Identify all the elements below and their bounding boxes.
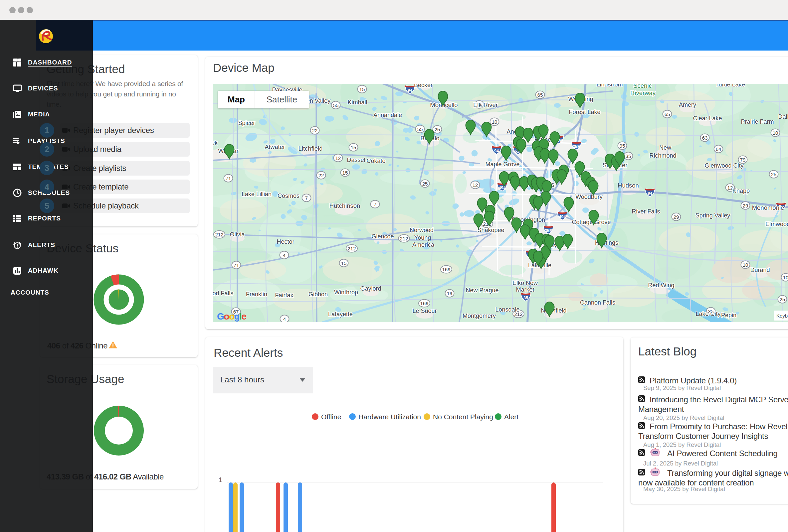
svg-text:12: 12 — [473, 182, 478, 188]
svg-text:212: 212 — [400, 236, 408, 241]
svg-text:Clear Lake: Clear Lake — [693, 115, 722, 122]
svg-text:35: 35 — [524, 295, 528, 300]
svg-text:12: 12 — [727, 185, 733, 190]
svg-text:Pepin: Pepin — [721, 312, 736, 319]
svg-text:Knapp: Knapp — [732, 187, 750, 194]
svg-text:Cannon Falls: Cannon Falls — [580, 299, 615, 306]
svg-text:River Falls: River Falls — [632, 208, 660, 215]
svg-text:Cokato: Cokato — [367, 158, 385, 164]
svg-text:Lake Lillian: Lake Lillian — [242, 191, 272, 198]
svg-text:America: America — [412, 241, 435, 248]
svg-text:Prairie Farm: Prairie Farm — [741, 118, 774, 125]
svg-text:64: 64 — [716, 146, 722, 152]
svg-text:15: 15 — [351, 145, 356, 150]
svg-text:29: 29 — [673, 214, 679, 220]
svg-text:Menomonie: Menomonie — [752, 204, 784, 211]
svg-text:Scenic: Scenic — [633, 84, 652, 89]
svg-text:94: 94 — [408, 88, 412, 93]
svg-text:Winthrop: Winthrop — [334, 289, 358, 295]
svg-text:Franklin: Franklin — [246, 291, 267, 298]
svg-text:22: 22 — [312, 128, 318, 133]
svg-text:10: 10 — [492, 119, 497, 125]
svg-text:25: 25 — [435, 127, 440, 132]
svg-text:ck: ck — [213, 140, 218, 146]
svg-text:Kimball: Kimball — [348, 99, 367, 106]
svg-text:65: 65 — [665, 111, 670, 117]
svg-text:Market: Market — [516, 286, 534, 293]
svg-text:Gaylord: Gaylord — [360, 285, 381, 292]
svg-text:Riverway: Riverway — [630, 89, 656, 97]
svg-text:Maple Grove: Maple Grove — [485, 161, 519, 168]
svg-text:7: 7 — [305, 195, 308, 201]
svg-text:71: 71 — [225, 176, 231, 181]
svg-text:Lindstrom: Lindstrom — [596, 84, 623, 88]
svg-text:Litchfield: Litchfield — [298, 145, 322, 152]
svg-text:Elmwood: Elmwood — [765, 221, 788, 227]
svg-text:Dassel: Dassel — [347, 157, 365, 163]
svg-text:169: 169 — [442, 267, 450, 272]
svg-text:10: 10 — [783, 275, 788, 280]
svg-text:494: 494 — [499, 186, 506, 190]
svg-text:7: 7 — [374, 202, 376, 207]
svg-text:Hector: Hector — [277, 239, 294, 245]
svg-text:19: 19 — [447, 291, 453, 296]
svg-text:New Prague: New Prague — [466, 287, 498, 293]
svg-text:29: 29 — [743, 203, 748, 208]
svg-text:10: 10 — [773, 130, 779, 136]
svg-text:55: 55 — [333, 102, 339, 108]
svg-text:Hutchinson: Hutchinson — [330, 202, 360, 209]
svg-text:en Valley: en Valley — [307, 98, 331, 104]
svg-text:Turtle Lake: Turtle Lake — [715, 84, 745, 88]
svg-text:Durand: Durand — [750, 267, 770, 273]
svg-text:4: 4 — [283, 252, 285, 258]
svg-text:Annandale: Annandale — [373, 112, 402, 118]
svg-text:Norwood: Norwood — [410, 227, 434, 233]
svg-text:Richmond: Richmond — [649, 152, 676, 159]
svg-text:15: 15 — [342, 170, 348, 176]
svg-text:Hudson: Hudson — [618, 182, 639, 189]
svg-text:35: 35 — [626, 153, 631, 159]
svg-text:4: 4 — [283, 316, 286, 322]
svg-text:Becker: Becker — [414, 84, 433, 88]
svg-text:35E: 35E — [545, 228, 552, 233]
svg-text:Spring Valley: Spring Valley — [695, 212, 730, 219]
svg-text:212: 212 — [215, 232, 223, 238]
svg-text:Cosmos: Cosmos — [278, 192, 299, 199]
svg-text:Montgomery: Montgomery — [462, 312, 496, 319]
svg-text:22: 22 — [318, 172, 324, 178]
svg-text:35E: 35E — [573, 144, 580, 149]
svg-text:12: 12 — [335, 155, 341, 161]
svg-text:Glencoe: Glencoe — [371, 233, 394, 240]
svg-text:od Falls: od Falls — [213, 290, 234, 296]
svg-text:Spicer: Spicer — [238, 120, 255, 126]
svg-text:Elko New: Elko New — [512, 280, 538, 286]
svg-text:Red Wing: Red Wing — [648, 282, 674, 289]
svg-text:65: 65 — [537, 92, 543, 98]
svg-text:Elk River: Elk River — [473, 101, 498, 108]
svg-text:Dall: Dall — [778, 114, 788, 120]
svg-text:Le Sueur: Le Sueur — [412, 308, 437, 314]
svg-text:71: 71 — [234, 262, 239, 268]
svg-text:Gibbon: Gibbon — [309, 291, 328, 298]
svg-text:212: 212 — [348, 246, 356, 251]
svg-text:25: 25 — [771, 171, 777, 177]
svg-text:10: 10 — [743, 262, 748, 268]
svg-text:Amery: Amery — [679, 101, 696, 108]
svg-text:Fairfax: Fairfax — [275, 292, 293, 299]
svg-text:Atwater: Atwater — [264, 144, 285, 150]
svg-text:494: 494 — [559, 214, 566, 219]
svg-text:55: 55 — [417, 126, 423, 132]
svg-text:Young: Young — [414, 234, 431, 241]
svg-text:25: 25 — [780, 296, 785, 302]
svg-text:63: 63 — [702, 135, 708, 141]
svg-text:94: 94 — [494, 149, 499, 153]
svg-text:94: 94 — [648, 191, 652, 196]
svg-text:Lake City: Lake City — [695, 310, 721, 317]
svg-text:Forest Lake: Forest Lake — [569, 109, 600, 115]
svg-text:Glenwood City: Glenwood City — [705, 162, 743, 169]
svg-text:95: 95 — [619, 143, 625, 149]
svg-text:25: 25 — [422, 181, 428, 186]
svg-text:Shakopee: Shakopee — [477, 227, 504, 233]
svg-text:New: New — [659, 144, 672, 151]
svg-text:169: 169 — [420, 301, 428, 306]
